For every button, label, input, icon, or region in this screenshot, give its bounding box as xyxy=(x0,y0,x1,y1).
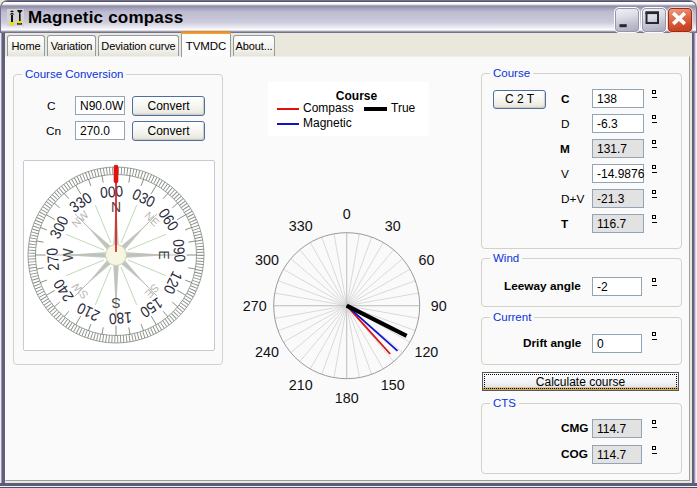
svg-text:S: S xyxy=(111,295,120,311)
svg-text:120: 120 xyxy=(414,344,438,360)
svg-text:60: 60 xyxy=(418,252,434,268)
svg-text:180: 180 xyxy=(335,390,359,406)
svg-text:270: 270 xyxy=(243,298,267,314)
svg-text:150: 150 xyxy=(381,377,405,393)
svg-text:E: E xyxy=(156,250,172,259)
svg-text:90: 90 xyxy=(431,298,447,314)
svg-text:210: 210 xyxy=(289,377,313,393)
svg-text:30: 30 xyxy=(385,218,401,234)
svg-text:300: 300 xyxy=(255,252,279,268)
svg-text:W: W xyxy=(60,248,76,262)
svg-text:0: 0 xyxy=(343,206,351,222)
svg-text:240: 240 xyxy=(255,344,279,360)
svg-text:330: 330 xyxy=(289,218,313,234)
